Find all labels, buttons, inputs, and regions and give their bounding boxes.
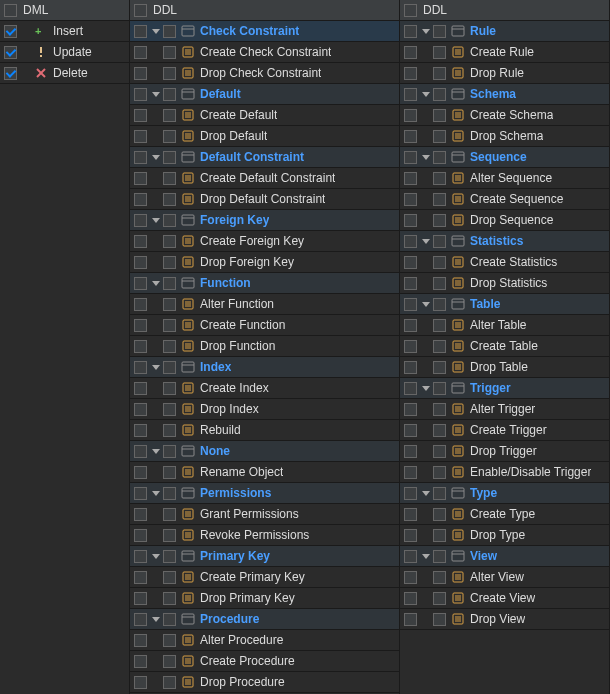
ddl-item[interactable]: Alter Sequence	[400, 168, 609, 189]
item-checkbox[interactable]	[134, 403, 147, 416]
ddl-item[interactable]: Drop Statistics	[400, 273, 609, 294]
ddl-category[interactable]: Index	[130, 357, 399, 378]
item-checkbox[interactable]	[134, 508, 147, 521]
category-checkbox-2[interactable]	[433, 487, 446, 500]
item-checkbox-2[interactable]	[163, 508, 176, 521]
category-checkbox[interactable]	[134, 487, 147, 500]
category-checkbox-2[interactable]	[163, 151, 176, 164]
ddl-category[interactable]: Default Constraint	[130, 147, 399, 168]
category-checkbox[interactable]	[404, 25, 417, 38]
ddl-category[interactable]: Type	[400, 483, 609, 504]
expand-toggle[interactable]	[151, 92, 161, 97]
item-checkbox[interactable]	[134, 67, 147, 80]
item-checkbox-2[interactable]	[433, 424, 446, 437]
ddl-item[interactable]: Create Check Constraint	[130, 42, 399, 63]
category-checkbox[interactable]	[134, 613, 147, 626]
item-checkbox-2[interactable]	[163, 256, 176, 269]
item-checkbox-2[interactable]	[433, 214, 446, 227]
ddl-item[interactable]: Drop Default Constraint	[130, 189, 399, 210]
category-checkbox[interactable]	[404, 151, 417, 164]
ddl-item[interactable]: Grant Permissions	[130, 504, 399, 525]
ddl1-header-checkbox[interactable]	[134, 4, 147, 17]
ddl-item[interactable]: Drop Function	[130, 336, 399, 357]
category-checkbox-2[interactable]	[163, 550, 176, 563]
item-checkbox-2[interactable]	[163, 319, 176, 332]
item-checkbox-2[interactable]	[433, 403, 446, 416]
expand-toggle[interactable]	[421, 302, 431, 307]
ddl-category[interactable]: Rule	[400, 21, 609, 42]
item-checkbox-2[interactable]	[163, 235, 176, 248]
category-checkbox[interactable]	[134, 214, 147, 227]
ddl-category[interactable]: Schema	[400, 84, 609, 105]
item-checkbox[interactable]	[134, 319, 147, 332]
item-checkbox[interactable]	[404, 424, 417, 437]
ddl-category[interactable]: None	[130, 441, 399, 462]
category-checkbox-2[interactable]	[163, 277, 176, 290]
ddl-item[interactable]: Drop View	[400, 609, 609, 630]
dml-item-checkbox[interactable]	[4, 67, 17, 80]
expand-toggle[interactable]	[151, 155, 161, 160]
ddl-item[interactable]: Create Rule	[400, 42, 609, 63]
ddl-item[interactable]: Drop Procedure	[130, 672, 399, 693]
expand-toggle[interactable]	[421, 92, 431, 97]
expand-toggle[interactable]	[421, 155, 431, 160]
ddl-item[interactable]: Create Sequence	[400, 189, 609, 210]
ddl-item[interactable]: Create Statistics	[400, 252, 609, 273]
item-checkbox[interactable]	[134, 571, 147, 584]
category-checkbox-2[interactable]	[433, 550, 446, 563]
item-checkbox[interactable]	[134, 298, 147, 311]
category-checkbox-2[interactable]	[163, 88, 176, 101]
ddl-item[interactable]: Drop Primary Key	[130, 588, 399, 609]
item-checkbox[interactable]	[404, 340, 417, 353]
ddl-item[interactable]: Drop Sequence	[400, 210, 609, 231]
ddl-item[interactable]: Enable/Disable Trigger	[400, 462, 609, 483]
item-checkbox[interactable]	[404, 571, 417, 584]
ddl-item[interactable]: Create Default	[130, 105, 399, 126]
item-checkbox-2[interactable]	[163, 592, 176, 605]
category-checkbox[interactable]	[404, 88, 417, 101]
item-checkbox[interactable]	[404, 361, 417, 374]
category-checkbox[interactable]	[134, 277, 147, 290]
ddl-item[interactable]: Alter Procedure	[130, 630, 399, 651]
ddl-item[interactable]: Create Trigger	[400, 420, 609, 441]
item-checkbox-2[interactable]	[433, 319, 446, 332]
category-checkbox-2[interactable]	[433, 382, 446, 395]
expand-toggle[interactable]	[151, 491, 161, 496]
category-checkbox-2[interactable]	[433, 235, 446, 248]
item-checkbox[interactable]	[134, 382, 147, 395]
item-checkbox-2[interactable]	[163, 424, 176, 437]
item-checkbox[interactable]	[404, 109, 417, 122]
item-checkbox-2[interactable]	[433, 466, 446, 479]
category-checkbox-2[interactable]	[163, 487, 176, 500]
ddl-item[interactable]: Drop Type	[400, 525, 609, 546]
item-checkbox[interactable]	[134, 634, 147, 647]
item-checkbox-2[interactable]	[433, 445, 446, 458]
item-checkbox-2[interactable]	[163, 172, 176, 185]
ddl-category[interactable]: Check Constraint	[130, 21, 399, 42]
item-checkbox[interactable]	[404, 613, 417, 626]
ddl-item[interactable]: Alter Function	[130, 294, 399, 315]
item-checkbox[interactable]	[134, 655, 147, 668]
ddl-item[interactable]: Drop Table	[400, 357, 609, 378]
category-checkbox-2[interactable]	[163, 613, 176, 626]
category-checkbox[interactable]	[134, 361, 147, 374]
expand-toggle[interactable]	[151, 281, 161, 286]
item-checkbox[interactable]	[404, 508, 417, 521]
ddl-category[interactable]: Trigger	[400, 378, 609, 399]
category-checkbox-2[interactable]	[163, 214, 176, 227]
item-checkbox[interactable]	[134, 235, 147, 248]
ddl2-header-checkbox[interactable]	[404, 4, 417, 17]
category-checkbox[interactable]	[134, 88, 147, 101]
category-checkbox[interactable]	[134, 151, 147, 164]
item-checkbox-2[interactable]	[163, 298, 176, 311]
item-checkbox-2[interactable]	[433, 193, 446, 206]
expand-toggle[interactable]	[151, 365, 161, 370]
item-checkbox-2[interactable]	[163, 193, 176, 206]
item-checkbox[interactable]	[404, 277, 417, 290]
category-checkbox-2[interactable]	[433, 151, 446, 164]
ddl-category[interactable]: View	[400, 546, 609, 567]
ddl-category[interactable]: Default	[130, 84, 399, 105]
dml-item[interactable]: +Insert	[0, 21, 129, 42]
item-checkbox-2[interactable]	[433, 256, 446, 269]
ddl-category[interactable]: Table	[400, 294, 609, 315]
